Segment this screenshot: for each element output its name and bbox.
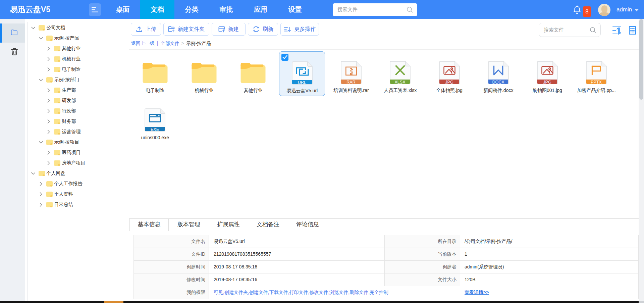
svg-text:RAR: RAR	[346, 80, 355, 85]
svg-text:JPG: JPG	[445, 80, 453, 85]
svg-text:URL: URL	[298, 80, 306, 85]
svg-text:PPTX: PPTX	[591, 80, 602, 85]
svg-text:XLSX: XLSX	[395, 80, 406, 85]
svg-text:DOCX: DOCX	[492, 80, 504, 85]
svg-text:EXE: EXE	[151, 127, 159, 132]
svg-text:JPG: JPG	[543, 80, 551, 85]
